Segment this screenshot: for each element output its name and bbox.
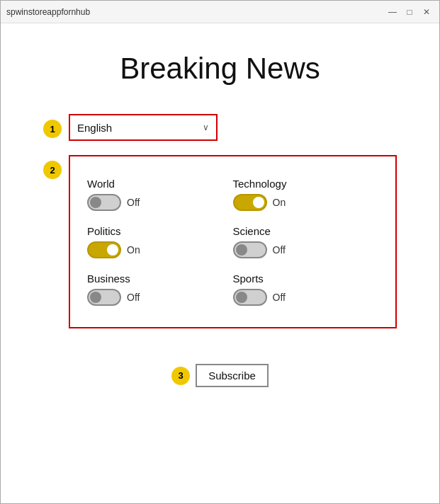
toggle-science-label: Off (273, 244, 286, 256)
topic-politics-name: Politics (87, 225, 233, 237)
language-selected-value: English (77, 122, 112, 134)
window-controls: — □ ✕ (385, 5, 434, 19)
maximize-button[interactable]: □ (402, 5, 417, 19)
subscribe-button[interactable]: Subscribe (196, 364, 269, 387)
toggle-politics[interactable] (87, 241, 121, 258)
toggle-technology[interactable] (233, 194, 267, 211)
window-title: spwinstoreappfornhub (6, 7, 90, 17)
chevron-down-icon: ∨ (203, 122, 209, 132)
topic-politics-toggle-row: On (87, 241, 233, 258)
step3-badge: 3 (171, 367, 190, 385)
topic-sports-toggle-row: Off (233, 289, 379, 306)
topics-content: World Off Technology On (69, 155, 397, 328)
title-bar: spwinstoreappfornhub — □ ✕ (1, 1, 439, 23)
topic-science-name: Science (233, 225, 379, 237)
topic-technology: Technology On (233, 171, 379, 218)
step1-badge: 1 (43, 120, 62, 138)
toggle-sports-label: Off (273, 292, 286, 303)
toggle-world-label: Off (127, 197, 140, 208)
language-section: 1 English ∨ (43, 114, 397, 141)
language-dropdown[interactable]: English ∨ (69, 114, 218, 141)
topic-technology-name: Technology (233, 178, 379, 190)
topic-sports: Sports Off (233, 265, 379, 313)
topic-business-toggle-row: Off (87, 289, 233, 306)
step2-badge: 2 (43, 161, 62, 179)
toggle-sports[interactable] (233, 289, 267, 306)
main-content: Breaking News 1 English ∨ 2 World (1, 23, 439, 503)
topics-panel: World Off Technology On (69, 155, 397, 328)
page-title: Breaking News (120, 52, 320, 86)
app-window: spwinstoreappfornhub — □ ✕ Breaking News… (0, 0, 440, 504)
close-button[interactable]: ✕ (419, 5, 434, 19)
topic-world-name: World (87, 178, 233, 190)
minimize-button[interactable]: — (385, 5, 400, 19)
topic-technology-toggle-row: On (233, 194, 379, 211)
topic-science-toggle-row: Off (233, 241, 379, 258)
topic-science: Science Off (233, 218, 379, 265)
toggle-business-label: Off (127, 292, 140, 303)
topic-sports-name: Sports (233, 273, 379, 285)
topic-business-name: Business (87, 273, 233, 285)
topics-grid: World Off Technology On (87, 171, 378, 313)
subscribe-section: 3 Subscribe (43, 364, 397, 387)
topic-business: Business Off (87, 265, 233, 313)
topic-world-toggle-row: Off (87, 194, 233, 211)
topic-politics: Politics On (87, 218, 233, 265)
toggle-politics-label: On (127, 244, 140, 256)
topics-section: 2 World Off Tec (43, 155, 397, 328)
toggle-technology-label: On (273, 197, 286, 208)
language-content: English ∨ (69, 114, 397, 141)
topic-world: World Off (87, 171, 233, 218)
toggle-business[interactable] (87, 289, 121, 306)
toggle-science[interactable] (233, 241, 267, 258)
toggle-world[interactable] (87, 194, 121, 211)
